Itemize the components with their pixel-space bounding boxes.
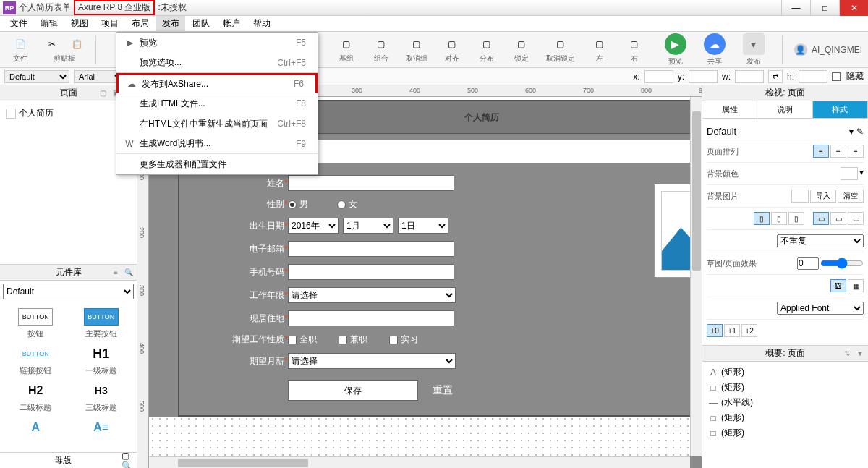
gender-male-radio[interactable]: 男 <box>288 198 308 210</box>
menu-团队[interactable]: 团队 <box>187 16 216 31</box>
name-input[interactable] <box>288 175 454 191</box>
birth-month-select[interactable]: 1月 <box>343 218 393 234</box>
file-icon[interactable]: 📄 <box>10 36 30 52</box>
birth-year-select[interactable]: 2016年 <box>288 218 339 234</box>
paste-icon[interactable]: 📋 <box>67 36 87 52</box>
years-select[interactable]: 请选择 <box>288 287 456 303</box>
cut-icon[interactable]: ✂ <box>42 36 62 52</box>
minimize-button[interactable]: — <box>781 0 810 16</box>
style-select[interactable]: Default <box>4 70 69 83</box>
sketch-slider[interactable] <box>820 257 864 270</box>
outline-item[interactable]: □(矩形) <box>705 380 865 395</box>
tab-properties[interactable]: 属性 <box>702 101 757 118</box>
sketch-value-input[interactable] <box>797 257 819 270</box>
valign-2-button[interactable]: ▭ <box>830 212 846 225</box>
align-center-button[interactable]: ≡ <box>830 145 846 158</box>
outline-sort-icon[interactable]: ⇅ <box>842 349 852 359</box>
tool-icon[interactable]: ▢ <box>624 36 644 52</box>
publish-button[interactable]: ▾ <box>743 33 765 55</box>
repeat-select[interactable]: 不重复 <box>777 234 864 247</box>
valign-1-button[interactable]: ▭ <box>813 212 829 225</box>
tool-icon[interactable]: ▢ <box>336 36 357 52</box>
style-edit-icon[interactable]: ✎ <box>856 127 864 137</box>
menu-编辑[interactable]: 编辑 <box>35 16 64 31</box>
lock-aspect-icon[interactable]: ⇄ <box>768 70 783 83</box>
menu-发布[interactable]: 发布 <box>156 16 185 31</box>
clear-button[interactable]: 清空 <box>838 190 864 203</box>
import-button[interactable]: 导入 <box>810 190 836 203</box>
outline-filter-icon[interactable]: ▼ <box>855 349 865 359</box>
intern-checkbox[interactable]: 实习 <box>389 333 418 346</box>
halign-3-button[interactable]: ▯ <box>788 212 804 225</box>
tool-icon[interactable]: ▢ <box>371 36 391 52</box>
halign-1-button[interactable]: ▯ <box>754 212 770 225</box>
menu-布局[interactable]: 布局 <box>126 16 155 31</box>
tool-icon[interactable]: ▢ <box>511 36 532 52</box>
gender-female-radio[interactable]: 女 <box>337 198 357 210</box>
tab-style[interactable]: 样式 <box>813 101 868 118</box>
menu-item[interactable]: ▶预览F5 <box>116 33 318 53</box>
widget-item[interactable]: BUTTON链接按钮 <box>6 345 66 376</box>
outline-item[interactable]: □(矩形) <box>705 425 865 441</box>
align-left-button[interactable]: ≡ <box>813 145 829 158</box>
photo-placeholder[interactable] <box>654 184 690 278</box>
menu-项目[interactable]: 项目 <box>95 16 124 31</box>
halign-2-button[interactable]: ▯ <box>771 212 787 225</box>
h-input[interactable] <box>799 70 827 83</box>
preview-button[interactable]: ▶ <box>665 33 686 55</box>
style-dropdown-icon[interactable]: ▾ <box>849 127 854 137</box>
address-input[interactable] <box>288 310 454 326</box>
menu-帐户[interactable]: 帐户 <box>217 16 246 31</box>
page-item[interactable]: 个人简历 <box>4 106 132 121</box>
reset-link[interactable]: 重置 <box>433 384 453 397</box>
phone-input[interactable] <box>288 264 454 280</box>
line-2-button[interactable]: +2 <box>741 324 757 337</box>
align-right-button[interactable]: ≡ <box>848 145 864 158</box>
menu-item[interactable]: 生成HTML文件...F8 <box>116 93 318 114</box>
w-input[interactable] <box>735 70 764 83</box>
menu-item[interactable]: ☁发布到AxShare...F6 <box>116 73 318 93</box>
save-button[interactable]: 保存 <box>288 380 418 401</box>
style-name-input[interactable] <box>707 126 846 137</box>
widget-item[interactable]: BUTTON按钮 <box>6 308 66 339</box>
menu-item[interactable]: 在HTML文件中重新生成当前页面Ctrl+F8 <box>116 114 318 134</box>
widget-item[interactable]: A <box>6 419 66 439</box>
menu-item[interactable]: 预览选项...Ctrl+F5 <box>116 53 318 73</box>
widget-item[interactable]: BUTTON主要按钮 <box>72 308 132 339</box>
color-mode-button[interactable]: 🖼 <box>830 279 846 292</box>
tool-icon[interactable]: ▢ <box>442 36 462 52</box>
tab-notes[interactable]: 说明 <box>757 101 812 118</box>
line-0-button[interactable]: +0 <box>707 324 723 337</box>
fulltime-checkbox[interactable]: 全职 <box>288 333 317 346</box>
lib-menu-icon[interactable]: ≡ <box>111 268 121 278</box>
tool-icon[interactable]: ▢ <box>590 36 610 52</box>
add-page-icon[interactable]: ▢ <box>98 88 108 98</box>
menu-文件[interactable]: 文件 <box>4 16 33 31</box>
tool-icon[interactable]: ▢ <box>477 36 497 52</box>
salary-select[interactable]: 请选择 <box>288 353 456 369</box>
y-input[interactable] <box>689 70 718 83</box>
font-apply-select[interactable]: Applied Font <box>777 302 864 315</box>
menu-帮助[interactable]: 帮助 <box>247 16 276 31</box>
hidden-checkbox[interactable]: 隐藏 <box>832 70 864 82</box>
user-badge[interactable]: 👤 AI_QINGMEI <box>794 43 862 56</box>
close-button[interactable]: ✕ <box>839 0 868 16</box>
scrollbar-vertical[interactable] <box>690 97 702 456</box>
valign-3-button[interactable]: ▭ <box>848 212 864 225</box>
widget-item[interactable]: H1一级标题 <box>72 345 132 376</box>
tool-icon[interactable]: ▢ <box>407 36 427 52</box>
x-input[interactable] <box>644 70 673 83</box>
outline-item[interactable]: A(矩形) <box>705 365 865 380</box>
line-1-button[interactable]: +1 <box>724 324 740 337</box>
bgcolor-swatch[interactable] <box>841 167 858 180</box>
email-input[interactable] <box>288 241 454 257</box>
widget-item[interactable]: A≡ <box>72 419 132 439</box>
menu-视图[interactable]: 视图 <box>65 16 94 31</box>
lib-search-icon[interactable]: 🔍 <box>124 268 134 278</box>
gray-mode-button[interactable]: ▦ <box>848 279 864 292</box>
menu-item[interactable]: 更多生成器和配置文件 <box>116 154 318 174</box>
bgimg-swatch[interactable] <box>791 190 809 203</box>
maximize-button[interactable]: □ <box>810 0 839 16</box>
tool-icon[interactable]: ▢ <box>550 36 571 52</box>
birth-day-select[interactable]: 1日 <box>398 218 448 234</box>
